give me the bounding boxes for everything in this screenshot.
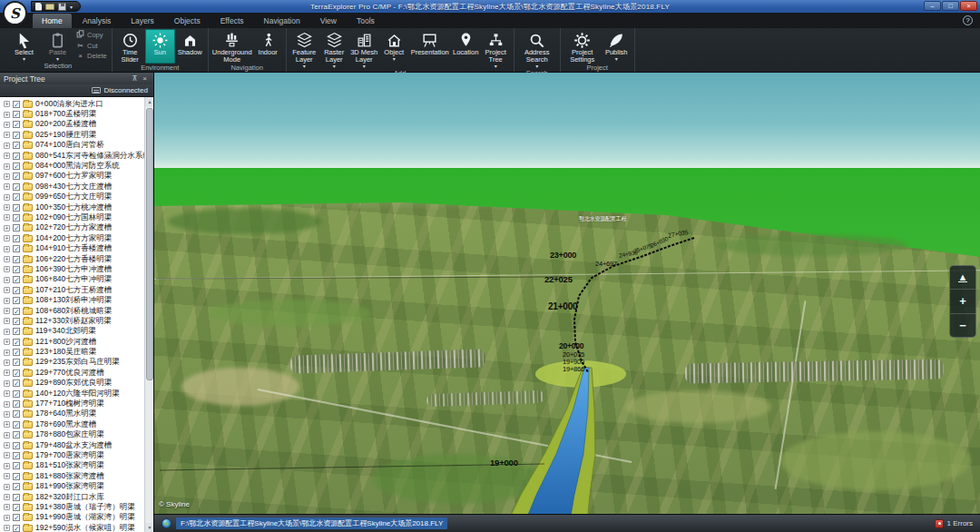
zoom-out-button[interactable]: − bbox=[950, 313, 975, 337]
expand-icon[interactable]: + bbox=[4, 266, 10, 272]
tree-item[interactable]: +✓106+390七方申冲渡槽 bbox=[0, 264, 144, 274]
expand-icon[interactable]: + bbox=[4, 194, 10, 201]
north-compass-button[interactable]: ▲ bbox=[950, 266, 975, 289]
tree-item[interactable]: +✓179+480盆水支沟渡槽 bbox=[0, 440, 144, 450]
tab-analysis[interactable]: Analysis bbox=[74, 14, 121, 28]
checkbox-checked[interactable]: ✓ bbox=[13, 514, 20, 521]
sun-button[interactable]: Sun bbox=[145, 29, 175, 64]
qat-dropdown-icon[interactable]: ▾ bbox=[70, 4, 73, 10]
expand-icon[interactable]: + bbox=[4, 329, 10, 335]
expand-icon[interactable]: + bbox=[4, 173, 10, 180]
checkbox-checked[interactable]: ✓ bbox=[13, 328, 20, 335]
tree-item[interactable]: +✓121+800沙河渡槽 bbox=[0, 337, 144, 347]
tab-tools[interactable]: Tools bbox=[348, 14, 384, 28]
expand-icon[interactable]: + bbox=[4, 112, 10, 118]
expand-icon[interactable]: + bbox=[4, 235, 10, 241]
tree-item[interactable]: +✓119+340北郊明渠 bbox=[0, 327, 144, 337]
tree-item[interactable]: +✓112+330刘桥赵家明渠 bbox=[0, 316, 144, 326]
tree-item[interactable]: +✓178+880包家庄明渠 bbox=[0, 430, 144, 440]
expand-icon[interactable]: + bbox=[4, 421, 10, 428]
expand-icon[interactable]: + bbox=[4, 256, 10, 262]
tree-item[interactable]: +✓191+380唐城（瑞子湾）明渠 bbox=[0, 502, 144, 512]
checkbox-checked[interactable]: ✓ bbox=[13, 266, 20, 273]
expand-icon[interactable]: + bbox=[4, 298, 10, 304]
tree-item[interactable]: +✓108+130刘桥申冲明渠 bbox=[0, 295, 144, 305]
tree-item[interactable]: +✓181+510张家湾明渠 bbox=[0, 461, 144, 471]
project-settings-button[interactable]: Project Settings bbox=[564, 29, 602, 64]
expand-icon[interactable]: + bbox=[4, 525, 10, 531]
scroll-down-icon[interactable]: ▼ bbox=[145, 523, 153, 532]
underground-mode-button[interactable]: Underground Mode bbox=[211, 29, 253, 64]
expand-icon[interactable]: + bbox=[4, 515, 10, 521]
tree-item[interactable]: +✓129+770优良河渡槽 bbox=[0, 368, 144, 378]
indoor-button[interactable]: Indoor bbox=[253, 29, 283, 64]
scroll-up-icon[interactable]: ▲ bbox=[145, 97, 153, 106]
tree-item[interactable]: +✓102+090七方国林明渠 bbox=[0, 212, 144, 222]
tree-item[interactable]: +✓100+350七方桃冲渡槽 bbox=[0, 202, 144, 212]
tree-item[interactable]: +✓129+235东郊白马庄明渠 bbox=[0, 358, 144, 368]
checkbox-checked[interactable]: ✓ bbox=[13, 224, 20, 232]
time-slider-button[interactable]: Time Slider bbox=[115, 29, 145, 64]
tree-item[interactable]: +✓178+640黑水明渠 bbox=[0, 409, 144, 419]
tree-item[interactable]: +✓179+700唐家湾明渠 bbox=[0, 450, 144, 460]
checkbox-checked[interactable]: ✓ bbox=[13, 132, 20, 139]
disconnected-button[interactable]: Disconnected bbox=[104, 86, 148, 94]
checkbox-checked[interactable]: ✓ bbox=[13, 473, 20, 480]
expand-icon[interactable]: + bbox=[4, 369, 10, 376]
checkbox-checked[interactable]: ✓ bbox=[13, 172, 20, 180]
tree-item[interactable]: +✓104+200七方方家明渠 bbox=[0, 233, 144, 243]
expand-icon[interactable]: + bbox=[4, 494, 10, 500]
checkbox-checked[interactable]: ✓ bbox=[13, 276, 20, 283]
checkbox-checked[interactable]: ✓ bbox=[13, 111, 20, 118]
expand-icon[interactable]: + bbox=[4, 163, 10, 170]
checkbox-checked[interactable]: ✓ bbox=[13, 525, 20, 532]
expand-icon[interactable]: + bbox=[4, 277, 10, 283]
checkbox-checked[interactable]: ✓ bbox=[13, 204, 20, 212]
checkbox-checked[interactable]: ✓ bbox=[13, 339, 20, 346]
tree-item[interactable]: +✓106+840七方申冲明渠 bbox=[0, 275, 144, 285]
project-tree-button[interactable]: Project Tree ▾ bbox=[481, 29, 511, 69]
tree-item[interactable]: +✓181+990张家湾明渠 bbox=[0, 481, 144, 491]
checkbox-checked[interactable]: ✓ bbox=[13, 318, 20, 325]
expand-icon[interactable]: + bbox=[4, 204, 10, 211]
help-icon[interactable]: ? bbox=[963, 15, 973, 25]
pin-icon[interactable]: ⊼ bbox=[129, 74, 140, 83]
checkbox-checked[interactable]: ✓ bbox=[13, 431, 20, 438]
delete-button[interactable]: × Delete bbox=[76, 52, 107, 61]
tab-navigation[interactable]: Navigation bbox=[255, 14, 309, 28]
expand-icon[interactable]: + bbox=[4, 339, 10, 345]
tab-effects[interactable]: Effects bbox=[211, 14, 253, 28]
shadow-button[interactable]: Shadow bbox=[175, 29, 205, 64]
checkbox-checked[interactable]: ✓ bbox=[13, 287, 20, 294]
checkbox-checked[interactable]: ✓ bbox=[13, 214, 20, 222]
tree-item[interactable]: +✓018+700孟楼明渠 bbox=[0, 109, 144, 119]
expand-icon[interactable]: + bbox=[4, 401, 10, 408]
tree-item[interactable]: +✓0+000清泉沟进水口 bbox=[0, 99, 144, 109]
expand-icon[interactable]: + bbox=[4, 390, 10, 397]
checkbox-checked[interactable]: ✓ bbox=[13, 400, 20, 408]
expand-icon[interactable]: + bbox=[4, 132, 10, 138]
tree-item[interactable]: +✓020+200孟楼渡槽 bbox=[0, 120, 144, 130]
checkbox-checked[interactable]: ✓ bbox=[13, 183, 20, 191]
tree-item[interactable]: +✓177+710槐树湾明渠 bbox=[0, 399, 144, 409]
checkbox-checked[interactable]: ✓ bbox=[13, 256, 20, 263]
checkbox-checked[interactable]: ✓ bbox=[13, 421, 20, 429]
tree-item[interactable]: +✓104+910七方香楼渡槽 bbox=[0, 243, 144, 253]
checkbox-checked[interactable]: ✓ bbox=[13, 452, 20, 459]
checkbox-checked[interactable]: ✓ bbox=[13, 308, 20, 315]
checkbox-checked[interactable]: ✓ bbox=[13, 101, 20, 108]
checkbox-checked[interactable]: ✓ bbox=[13, 235, 20, 242]
expand-icon[interactable]: + bbox=[4, 318, 10, 324]
tree-item[interactable]: +✓074+100唐白河管桥 bbox=[0, 141, 144, 151]
checkbox-checked[interactable]: ✓ bbox=[13, 142, 20, 149]
minimize-button[interactable]: – bbox=[924, 1, 941, 11]
feature-layer-button[interactable]: Feature Layer ▾ bbox=[289, 29, 319, 69]
checkbox-checked[interactable]: ✓ bbox=[13, 442, 20, 449]
tree-item[interactable]: +✓084+000黑清河防空系统 bbox=[0, 161, 144, 171]
expand-icon[interactable]: + bbox=[4, 350, 10, 356]
tree-item[interactable]: +✓181+880张家湾渡槽 bbox=[0, 471, 144, 481]
tree-item[interactable]: +✓108+680刘桥桃城暗渠 bbox=[0, 306, 144, 316]
tab-view[interactable]: View bbox=[311, 14, 346, 28]
expand-icon[interactable]: + bbox=[4, 360, 10, 366]
checkbox-checked[interactable]: ✓ bbox=[13, 494, 20, 501]
